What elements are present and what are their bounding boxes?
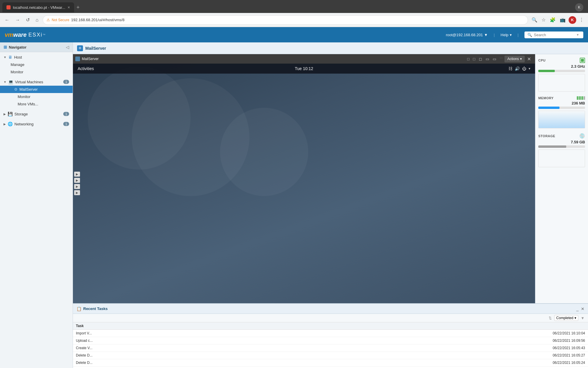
sidebar-item-storage[interactable]: ▶ 💾 Storage 1 <box>0 110 73 118</box>
task-status-5 <box>250 359 281 367</box>
desktop-deco-3 <box>88 67 191 170</box>
completed-filter[interactable]: Completed ▾ <box>554 315 578 321</box>
networking-badge: 1 <box>63 122 69 126</box>
task-date-2: 06/22/2021 16:09:56 <box>312 337 588 344</box>
search-icon-btn[interactable]: 🔍 <box>530 16 539 24</box>
mem-block-2 <box>579 96 580 100</box>
menu-icon-btn[interactable]: ⋮ <box>578 16 585 24</box>
scroll-down-2[interactable]: ▶ <box>74 184 80 189</box>
sidebar-item-monitor-vm[interactable]: Monitor <box>0 93 73 100</box>
security-icon: ⚠ <box>46 18 50 22</box>
sidebar-item-monitor-host[interactable]: Monitor <box>0 68 73 76</box>
console-btn-1[interactable]: □ <box>466 56 471 62</box>
browser-tab-active[interactable]: localhost.netcabo.pt - VMwar... × <box>2 2 74 12</box>
task-name-6: ⏳ Import V... <box>73 367 219 368</box>
console-close-button[interactable]: ✕ <box>525 56 533 62</box>
navigator-grid-icon: ⊞ <box>4 45 7 49</box>
profile-icon-btn[interactable]: K <box>569 16 576 24</box>
sidebar-item-mailserver[interactable]: ⚙ MailServer <box>0 86 73 93</box>
sidebar-item-more-vms[interactable]: More VMs... <box>0 100 73 108</box>
help-dropdown-icon: ▾ <box>510 33 512 37</box>
storage-value: 7.59 GB <box>538 140 585 144</box>
sidebar-item-networking[interactable]: ▶ 🌐 Networking 1 <box>0 120 73 128</box>
not-secure-label: Not Secure <box>52 18 69 22</box>
task-date-4: 06/22/2021 16:05:27 <box>312 352 588 359</box>
expand-icon-storage: ▶ <box>4 112 6 116</box>
col-task: Task <box>73 322 219 330</box>
task-start-2 <box>281 337 311 344</box>
scroll-down-1[interactable]: ▶ <box>74 178 80 183</box>
tasks-table: Task Import V... 06 <box>73 322 588 368</box>
task-status-6 <box>250 367 281 368</box>
table-row: Create V... 06/22/2021 16:05:43 <box>73 344 588 352</box>
vm-volume-tray-icon[interactable]: 🔊 <box>515 66 520 71</box>
extensions-icon-btn[interactable]: 🧩 <box>549 16 557 24</box>
vm-expand-tray-icon[interactable]: ▾ <box>529 67 530 71</box>
help-menu[interactable]: Help ▾ <box>501 33 512 37</box>
cpu-value: 2.3 GHz <box>538 64 585 69</box>
vm-clock: Tue 10:12 <box>295 66 313 71</box>
user-dropdown-icon: ▼ <box>484 33 488 37</box>
console-btn-2[interactable]: □ <box>472 56 477 62</box>
table-row: Delete D... 06/22/2021 16:05:27 <box>73 352 588 359</box>
table-row: Upload c... 06/22/2021 16:09:56 <box>73 337 588 344</box>
home-button[interactable]: ⌂ <box>34 16 40 24</box>
sidebar-item-manage[interactable]: Manage <box>0 61 73 68</box>
browser-tab-bar: localhost.netcabo.pt - VMwar... × + K <box>0 0 588 13</box>
memory-chart-fill <box>539 111 585 128</box>
cast-icon-btn[interactable]: 📺 <box>559 16 567 24</box>
reload-button[interactable]: ↺ <box>24 16 31 24</box>
add-tab-button[interactable]: + <box>75 3 81 12</box>
sidebar-section-storage: ▶ 💾 Storage 1 <box>0 109 73 119</box>
task-target-5 <box>219 359 250 367</box>
vm-console-icon <box>75 57 80 61</box>
vm-activities-label[interactable]: Activities <box>78 66 94 71</box>
task-start-5 <box>281 359 311 367</box>
search-input[interactable] <box>534 33 575 37</box>
filter-sort-icon: ⇅ <box>549 316 552 320</box>
vm-power-tray-icon[interactable]: ⏻ <box>522 66 526 71</box>
scroll-up-button[interactable]: ▶ <box>74 172 80 177</box>
esxi-label: ESXi <box>29 32 43 38</box>
forward-button[interactable]: → <box>14 16 22 24</box>
sidebar-item-host[interactable]: ▼ 🖥 Host <box>0 53 73 61</box>
host-label: Host <box>14 55 22 59</box>
vm-network-tray-icon[interactable]: ⛓ <box>508 66 512 71</box>
bottom-panel-header: 📋 Recent Tasks _ ✕ <box>73 304 588 314</box>
vm-console: MailServer □ □ ◻ ▭ ▭ ▭ Actions ▾ ✕ <box>73 54 535 303</box>
search-dropdown-icon[interactable]: ▾ <box>577 33 579 37</box>
tasks-table-scroll[interactable]: Task Import V... 06 <box>73 322 588 368</box>
header-search[interactable]: 🔍 ▾ <box>524 32 583 38</box>
console-btn-5[interactable]: ▭ <box>491 56 498 62</box>
manage-label: Manage <box>11 62 24 67</box>
browser-toolbar: ← → ↺ ⌂ ⚠ Not Secure 192.168.68.201/ui/#… <box>0 13 588 27</box>
scroll-down-3[interactable]: ▶ <box>74 190 80 195</box>
panel-minimize-button[interactable]: _ <box>576 306 579 311</box>
actions-dropdown-icon: ▾ <box>520 57 522 61</box>
address-text[interactable]: 192.168.68.201/ui/#/host/vms/8 <box>71 18 524 22</box>
monitor-host-label: Monitor <box>11 70 23 74</box>
browser-profile[interactable]: K <box>575 3 583 11</box>
mem-block-4 <box>582 96 583 100</box>
tab-close-button[interactable]: × <box>68 5 70 10</box>
vm-screen[interactable]: Activities Tue 10:12 ⛓ 🔊 ⏻ ▾ ▶ ▶ ▶ <box>73 64 535 303</box>
bookmark-icon-btn[interactable]: ☆ <box>540 16 547 24</box>
sidebar-collapse-button[interactable]: ◁ <box>66 45 69 49</box>
sidebar-item-virtual-machines[interactable]: ▼ 💻 Virtual Machines 1 <box>0 78 73 86</box>
vm-console-header: MailServer □ □ ◻ ▭ ▭ ▭ Actions ▾ ✕ <box>73 54 535 64</box>
sidebar-section-vms: ▼ 💻 Virtual Machines 1 ⚙ MailServer Moni… <box>0 77 73 109</box>
storage-disk-icon: 💿 <box>579 133 585 139</box>
vm-console-name: MailServer <box>82 57 99 61</box>
storage-resource: STORAGE 💿 7.59 GB <box>538 133 585 167</box>
console-btn-3[interactable]: ◻ <box>477 56 484 62</box>
panel-close-button[interactable]: ✕ <box>581 306 584 311</box>
vm-list-icon: 💻 <box>8 79 13 84</box>
search-magnifier-icon: 🔍 <box>527 33 532 37</box>
actions-button[interactable]: Actions ▾ <box>504 56 525 62</box>
user-menu[interactable]: root@192.168.68.201 ▼ <box>446 33 488 37</box>
console-btn-4[interactable]: ▭ <box>484 56 491 62</box>
filter-expand-icon[interactable]: ▼ <box>581 316 584 320</box>
task-date-6: 06/22/2021 16:05:05 <box>312 367 588 368</box>
sidebar-title: ⊞ Navigator <box>4 45 26 49</box>
back-button[interactable]: ← <box>3 16 11 24</box>
